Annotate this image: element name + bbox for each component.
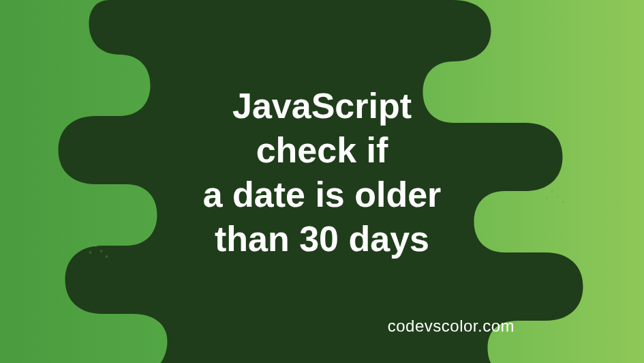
title-line-2: check if <box>203 128 442 173</box>
svg-point-5 <box>556 195 559 198</box>
svg-point-2 <box>105 255 108 258</box>
svg-point-3 <box>89 251 91 254</box>
title-line-3: a date is older <box>203 173 442 217</box>
svg-point-6 <box>562 201 564 203</box>
svg-point-4 <box>551 190 553 192</box>
svg-point-1 <box>99 250 102 252</box>
watermark-text: codevscolor.com <box>388 317 515 336</box>
banner-graphic: JavaScript check if a date is older than… <box>0 0 644 363</box>
svg-point-7 <box>545 197 548 199</box>
title-line-1: JavaScript <box>203 84 442 128</box>
title-line-4: than 30 days <box>203 217 442 261</box>
svg-point-0 <box>94 244 97 247</box>
banner-title: JavaScript check if a date is older than… <box>203 84 442 261</box>
